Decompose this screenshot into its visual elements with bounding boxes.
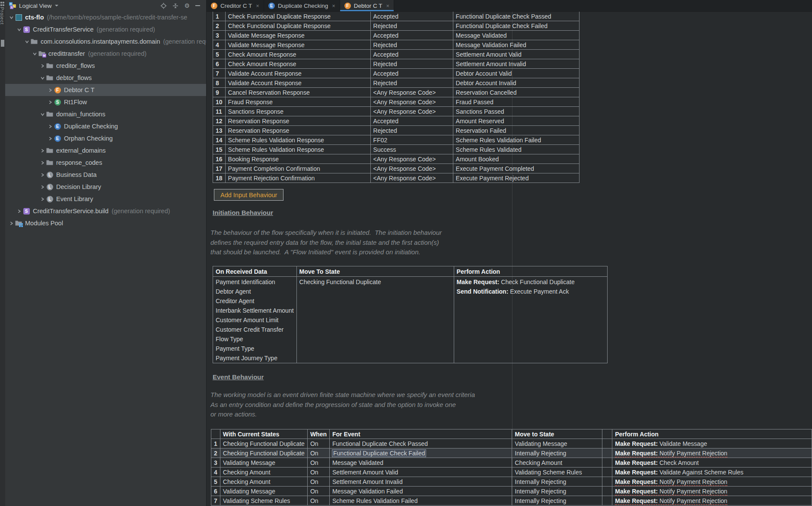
- result-cell[interactable]: Amount Reserved: [453, 116, 579, 126]
- result-cell[interactable]: Reservation Cancelled: [453, 88, 579, 97]
- for-event-cell[interactable]: Settlement Amount Invalid: [330, 477, 512, 487]
- result-cell[interactable]: Functional Duplicate Check Failed: [453, 21, 579, 31]
- tree-item-domain-functions[interactable]: domain_functions: [5, 108, 206, 120]
- response-code-cell[interactable]: Accepted: [370, 12, 453, 21]
- input-cell[interactable]: Validate Account Response: [225, 78, 370, 88]
- result-cell[interactable]: Debtor Account Invalid: [453, 78, 579, 88]
- tree-chevron-icon[interactable]: [39, 112, 46, 116]
- perform-action-cell[interactable]: Make Request: Validate Against Scheme Ru…: [612, 468, 812, 477]
- tree-chevron-icon[interactable]: [8, 16, 15, 19]
- input-cell[interactable]: Reservation Response: [225, 116, 370, 126]
- when-cell[interactable]: On: [307, 458, 329, 468]
- hide-panel-icon[interactable]: [195, 5, 200, 6]
- tree-chevron-icon[interactable]: [23, 40, 30, 44]
- result-cell[interactable]: Amount Booked: [453, 154, 579, 164]
- tool-strip-icon[interactable]: [0, 2, 5, 6]
- perform-action-cell[interactable]: Make Request: Notify Payment Rejection: [612, 487, 812, 496]
- tree-item-creditor-flows[interactable]: creditor_flows: [5, 60, 206, 72]
- result-cell[interactable]: Fraud Passed: [453, 97, 579, 107]
- perform-action-cell[interactable]: Make Request: Notify Payment Rejection: [612, 477, 812, 487]
- when-cell[interactable]: On: [307, 496, 329, 506]
- response-code-cell[interactable]: Rejected: [370, 59, 453, 69]
- tree-item-duplicate-checking[interactable]: EDuplicate Checking: [5, 120, 206, 132]
- result-cell[interactable]: Scheme Rules Validation Failed: [453, 135, 579, 145]
- input-cell[interactable]: Scheme Rules Validation Response: [225, 145, 370, 154]
- when-cell[interactable]: On: [307, 487, 329, 496]
- result-cell[interactable]: Message Validated: [453, 31, 579, 40]
- response-code-cell[interactable]: Rejected: [370, 40, 453, 50]
- input-cell[interactable]: Check Amount Response: [225, 59, 370, 69]
- tree-item-debtor-c-t[interactable]: FDebtor C T: [5, 84, 206, 96]
- tab-duplicate-checking[interactable]: EDuplicate Checking×: [264, 0, 340, 11]
- perform-action-cell[interactable]: Make Request: Notify Payment Rejection: [612, 496, 812, 506]
- input-cell[interactable]: Scheme Rules Validation Response: [225, 135, 370, 145]
- tree-item-cts-flo[interactable]: cts-flo(/home/tomb/repos/sample-client/c…: [5, 11, 206, 23]
- response-code-cell[interactable]: <Any Response Code>: [370, 97, 453, 107]
- when-cell[interactable]: On: [307, 439, 329, 448]
- view-selector[interactable]: Logical View: [19, 3, 52, 9]
- result-cell[interactable]: Settlement Amount Invalid: [453, 59, 579, 69]
- response-code-cell[interactable]: <Any Response Code>: [370, 88, 453, 97]
- current-state-cell[interactable]: Validating Scheme Rules: [220, 496, 307, 506]
- when-cell[interactable]: On: [307, 448, 329, 458]
- received-data-cell[interactable]: Payment IdentificationDebtor AgentCredit…: [213, 277, 297, 363]
- response-code-cell[interactable]: <Any Response Code>: [370, 164, 453, 173]
- move-to-state-cell[interactable]: Internally Rejecting: [512, 496, 602, 506]
- input-cell[interactable]: Reservation Response: [225, 126, 370, 135]
- result-cell[interactable]: Execute Payment Rejected: [453, 173, 579, 183]
- for-event-cell[interactable]: Settlement Amount Valid: [330, 468, 512, 477]
- current-state-cell[interactable]: Checking Amount: [220, 477, 307, 487]
- perform-action-cell[interactable]: Make Request: Validate Message: [612, 439, 812, 448]
- move-to-state-cell[interactable]: Validating Message: [512, 439, 602, 448]
- locate-icon[interactable]: [160, 3, 167, 9]
- current-state-cell[interactable]: Validating Message: [220, 487, 307, 496]
- input-cell[interactable]: Check Amount Response: [225, 50, 370, 59]
- input-cell[interactable]: Validate Account Response: [225, 69, 370, 78]
- tree-chevron-icon[interactable]: [8, 221, 15, 225]
- for-event-cell[interactable]: Message Validation Failed: [330, 487, 512, 496]
- tree-item-com-iconsolutions-instantpayments-domain[interactable]: com.iconsolutions.instantpayments.domain…: [5, 35, 206, 48]
- response-code-cell[interactable]: Rejected: [370, 21, 453, 31]
- input-cell[interactable]: Payment Completion Confirmation: [225, 164, 370, 173]
- response-code-cell[interactable]: Accepted: [370, 31, 453, 40]
- move-to-state-cell[interactable]: Checking Amount: [512, 458, 602, 468]
- tree-chevron-icon[interactable]: [39, 76, 46, 80]
- for-event-cell[interactable]: Scheme Rules Validation Failed: [330, 496, 512, 506]
- tree-item-decision-library[interactable]: LDecision Library: [5, 181, 206, 193]
- tree-chevron-icon[interactable]: [39, 149, 46, 153]
- input-cell[interactable]: Sanctions Response: [225, 107, 370, 116]
- tree-item-business-data[interactable]: LBusiness Data: [5, 169, 206, 181]
- result-cell[interactable]: Debtor Account Valid: [453, 69, 579, 78]
- result-cell[interactable]: Reservation Failed: [453, 126, 579, 135]
- response-code-cell[interactable]: Success: [370, 145, 453, 154]
- gear-icon[interactable]: ⚙: [184, 3, 190, 9]
- collapse-all-icon[interactable]: [172, 3, 178, 9]
- tree-item-modules-pool[interactable]: Modules Pool: [5, 217, 206, 229]
- tab-close-icon[interactable]: ×: [256, 3, 259, 9]
- chevron-down-icon[interactable]: [55, 5, 58, 6]
- input-cell[interactable]: Validate Message Response: [225, 31, 370, 40]
- tree-item-rt1flow[interactable]: SRt1Flow: [5, 96, 206, 108]
- for-event-cell[interactable]: Message Validated: [330, 458, 512, 468]
- input-cell[interactable]: Check Functional Duplicate Response: [225, 21, 370, 31]
- result-cell[interactable]: Message Validation Failed: [453, 40, 579, 50]
- tree-item-external-domains[interactable]: external_domains: [5, 144, 206, 157]
- result-cell[interactable]: Functional Duplicate Check Passed: [453, 12, 579, 21]
- input-cell[interactable]: Validate Message Response: [225, 40, 370, 50]
- move-to-state-cell[interactable]: Internally Rejecting: [512, 487, 602, 496]
- project-toolwindow-label[interactable]: Project: [0, 7, 5, 25]
- input-cell[interactable]: Check Functional Duplicate Response: [225, 12, 370, 21]
- input-cell[interactable]: Booking Response: [225, 154, 370, 164]
- perform-action-cell[interactable]: Make Request: Check Amount: [612, 458, 812, 468]
- tree-chevron-icon[interactable]: [39, 197, 46, 201]
- add-input-behaviour-button[interactable]: Add Input Behaviour: [214, 189, 283, 201]
- tree-chevron-icon[interactable]: [16, 209, 22, 213]
- tree-chevron-icon[interactable]: [39, 185, 46, 189]
- strip-scroll-thumb[interactable]: [1, 40, 4, 47]
- move-to-state-cell[interactable]: Checking Functional Duplicate: [296, 277, 454, 363]
- tab-creditor-c-t[interactable]: FCreditor C T×: [207, 0, 264, 11]
- for-event-cell[interactable]: Functional Duplicate Check Passed: [330, 439, 512, 448]
- response-code-cell[interactable]: Rejected: [370, 78, 453, 88]
- current-state-cell[interactable]: Checking Amount: [220, 468, 307, 477]
- input-cell[interactable]: Fraud Response: [225, 97, 370, 107]
